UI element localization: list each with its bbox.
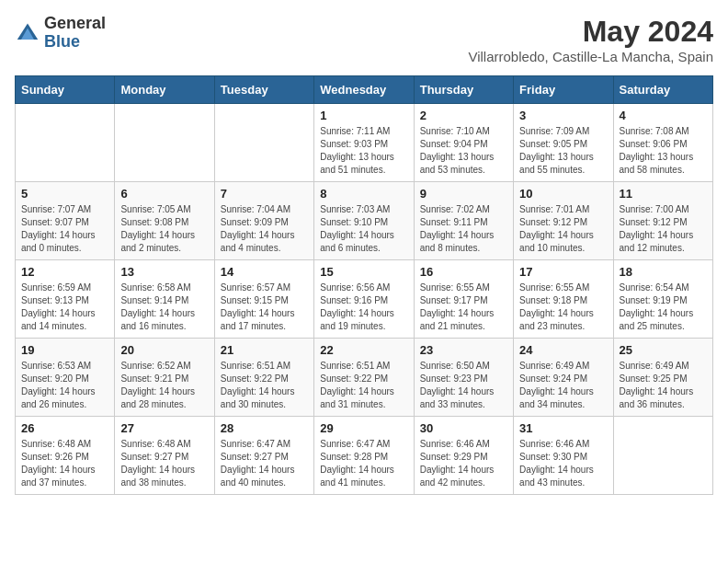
day-info: Sunrise: 6:58 AM Sunset: 9:14 PM Dayligh… — [120, 282, 208, 333]
day-info: Sunrise: 6:50 AM Sunset: 9:23 PM Dayligh… — [420, 360, 507, 411]
day-info: Sunrise: 7:02 AM Sunset: 9:11 PM Dayligh… — [420, 203, 507, 255]
day-number: 6 — [120, 187, 208, 201]
calendar-cell — [613, 417, 712, 495]
calendar-cell: 8Sunrise: 7:03 AM Sunset: 9:10 PM Daylig… — [314, 182, 414, 260]
day-info: Sunrise: 7:00 AM Sunset: 9:12 PM Dayligh… — [620, 203, 707, 255]
location-subtitle: Villarrobledo, Castille-La Mancha, Spain — [468, 49, 713, 64]
day-number: 16 — [420, 265, 507, 279]
week-row-4: 19Sunrise: 6:53 AM Sunset: 9:20 PM Dayli… — [16, 339, 713, 417]
weekday-header-sunday: Sunday — [16, 76, 115, 104]
day-info: Sunrise: 7:04 AM Sunset: 9:09 PM Dayligh… — [221, 203, 308, 255]
day-info: Sunrise: 7:03 AM Sunset: 9:10 PM Dayligh… — [320, 203, 407, 255]
calendar-cell — [214, 104, 313, 182]
day-number: 15 — [320, 265, 407, 279]
calendar-cell: 10Sunrise: 7:01 AM Sunset: 9:12 PM Dayli… — [514, 182, 613, 260]
day-info: Sunrise: 6:57 AM Sunset: 9:15 PM Dayligh… — [221, 282, 308, 333]
calendar-cell: 28Sunrise: 6:47 AM Sunset: 9:27 PM Dayli… — [214, 417, 313, 495]
day-info: Sunrise: 6:55 AM Sunset: 9:18 PM Dayligh… — [519, 282, 607, 333]
day-info: Sunrise: 6:59 AM Sunset: 9:13 PM Dayligh… — [21, 282, 108, 333]
day-info: Sunrise: 6:56 AM Sunset: 9:16 PM Dayligh… — [320, 282, 407, 333]
day-info: Sunrise: 7:01 AM Sunset: 9:12 PM Dayligh… — [519, 203, 607, 255]
day-info: Sunrise: 7:05 AM Sunset: 9:08 PM Dayligh… — [120, 203, 208, 255]
calendar-cell: 13Sunrise: 6:58 AM Sunset: 9:14 PM Dayli… — [115, 260, 214, 339]
day-number: 12 — [21, 265, 108, 279]
calendar-cell: 17Sunrise: 6:55 AM Sunset: 9:18 PM Dayli… — [514, 260, 613, 339]
day-info: Sunrise: 6:46 AM Sunset: 9:30 PM Dayligh… — [519, 438, 607, 489]
weekday-header-monday: Monday — [115, 76, 214, 104]
day-number: 3 — [519, 109, 607, 122]
day-info: Sunrise: 7:11 AM Sunset: 9:03 PM Dayligh… — [320, 125, 407, 177]
calendar-cell: 30Sunrise: 6:46 AM Sunset: 9:29 PM Dayli… — [414, 417, 513, 495]
day-info: Sunrise: 6:48 AM Sunset: 9:27 PM Dayligh… — [120, 438, 208, 489]
day-number: 31 — [519, 421, 607, 435]
week-row-5: 26Sunrise: 6:48 AM Sunset: 9:26 PM Dayli… — [16, 417, 713, 495]
day-number: 9 — [420, 187, 507, 201]
day-number: 11 — [620, 187, 707, 201]
day-info: Sunrise: 6:54 AM Sunset: 9:19 PM Dayligh… — [620, 282, 707, 333]
calendar-cell: 25Sunrise: 6:49 AM Sunset: 9:25 PM Dayli… — [613, 339, 712, 417]
calendar-cell: 15Sunrise: 6:56 AM Sunset: 9:16 PM Dayli… — [314, 260, 414, 339]
day-info: Sunrise: 6:49 AM Sunset: 9:24 PM Dayligh… — [519, 360, 607, 411]
day-info: Sunrise: 6:47 AM Sunset: 9:28 PM Dayligh… — [320, 438, 407, 489]
weekday-header-row: SundayMondayTuesdayWednesdayThursdayFrid… — [16, 76, 713, 104]
logo-icon — [15, 20, 40, 46]
weekday-header-tuesday: Tuesday — [214, 76, 313, 104]
logo-text: General Blue — [44, 15, 106, 52]
calendar-cell: 5Sunrise: 7:07 AM Sunset: 9:07 PM Daylig… — [16, 182, 115, 260]
calendar-cell: 12Sunrise: 6:59 AM Sunset: 9:13 PM Dayli… — [16, 260, 115, 339]
calendar-cell: 3Sunrise: 7:09 AM Sunset: 9:05 PM Daylig… — [514, 104, 613, 182]
calendar-cell: 20Sunrise: 6:52 AM Sunset: 9:21 PM Dayli… — [115, 339, 214, 417]
day-number: 23 — [420, 343, 507, 357]
title-block: May 2024 Villarrobledo, Castille-La Manc… — [468, 15, 713, 64]
weekday-header-saturday: Saturday — [613, 76, 712, 104]
calendar-cell: 22Sunrise: 6:51 AM Sunset: 9:22 PM Dayli… — [314, 339, 414, 417]
calendar-cell — [115, 104, 214, 182]
day-number: 8 — [320, 187, 407, 201]
day-number: 21 — [221, 343, 308, 357]
calendar-cell: 2Sunrise: 7:10 AM Sunset: 9:04 PM Daylig… — [414, 104, 513, 182]
day-number: 25 — [620, 343, 707, 357]
calendar-cell: 4Sunrise: 7:08 AM Sunset: 9:06 PM Daylig… — [613, 104, 712, 182]
day-number: 24 — [519, 343, 607, 357]
calendar-cell: 23Sunrise: 6:50 AM Sunset: 9:23 PM Dayli… — [414, 339, 513, 417]
page-header: General Blue May 2024 Villarrobledo, Cas… — [15, 15, 713, 64]
calendar-cell: 21Sunrise: 6:51 AM Sunset: 9:22 PM Dayli… — [214, 339, 313, 417]
day-info: Sunrise: 6:46 AM Sunset: 9:29 PM Dayligh… — [420, 438, 507, 489]
day-number: 13 — [120, 265, 208, 279]
calendar-cell: 24Sunrise: 6:49 AM Sunset: 9:24 PM Dayli… — [514, 339, 613, 417]
day-info: Sunrise: 6:48 AM Sunset: 9:26 PM Dayligh… — [21, 438, 108, 489]
day-info: Sunrise: 6:51 AM Sunset: 9:22 PM Dayligh… — [221, 360, 308, 411]
day-info: Sunrise: 7:08 AM Sunset: 9:06 PM Dayligh… — [620, 125, 707, 177]
day-number: 17 — [519, 265, 607, 279]
logo-blue-text: Blue — [44, 33, 106, 52]
day-number: 30 — [420, 421, 507, 435]
calendar-cell: 7Sunrise: 7:04 AM Sunset: 9:09 PM Daylig… — [214, 182, 313, 260]
day-number: 28 — [221, 421, 308, 435]
calendar-cell: 19Sunrise: 6:53 AM Sunset: 9:20 PM Dayli… — [16, 339, 115, 417]
weekday-header-wednesday: Wednesday — [314, 76, 414, 104]
day-number: 29 — [320, 421, 407, 435]
day-info: Sunrise: 6:49 AM Sunset: 9:25 PM Dayligh… — [620, 360, 707, 411]
day-number: 2 — [420, 109, 507, 122]
day-number: 7 — [221, 187, 308, 201]
day-info: Sunrise: 6:51 AM Sunset: 9:22 PM Dayligh… — [320, 360, 407, 411]
calendar-cell: 14Sunrise: 6:57 AM Sunset: 9:15 PM Dayli… — [214, 260, 313, 339]
week-row-2: 5Sunrise: 7:07 AM Sunset: 9:07 PM Daylig… — [16, 182, 713, 260]
month-year-title: May 2024 — [468, 15, 713, 49]
calendar-cell: 11Sunrise: 7:00 AM Sunset: 9:12 PM Dayli… — [613, 182, 712, 260]
day-info: Sunrise: 7:07 AM Sunset: 9:07 PM Dayligh… — [21, 203, 108, 255]
day-number: 10 — [519, 187, 607, 201]
day-number: 5 — [21, 187, 108, 201]
day-info: Sunrise: 6:47 AM Sunset: 9:27 PM Dayligh… — [221, 438, 308, 489]
day-number: 27 — [120, 421, 208, 435]
day-info: Sunrise: 6:53 AM Sunset: 9:20 PM Dayligh… — [21, 360, 108, 411]
day-number: 20 — [120, 343, 208, 357]
day-number: 18 — [620, 265, 707, 279]
calendar-cell: 26Sunrise: 6:48 AM Sunset: 9:26 PM Dayli… — [16, 417, 115, 495]
calendar-cell: 1Sunrise: 7:11 AM Sunset: 9:03 PM Daylig… — [314, 104, 414, 182]
day-info: Sunrise: 6:55 AM Sunset: 9:17 PM Dayligh… — [420, 282, 507, 333]
calendar-cell: 31Sunrise: 6:46 AM Sunset: 9:30 PM Dayli… — [514, 417, 613, 495]
day-info: Sunrise: 7:09 AM Sunset: 9:05 PM Dayligh… — [519, 125, 607, 177]
day-info: Sunrise: 6:52 AM Sunset: 9:21 PM Dayligh… — [120, 360, 208, 411]
calendar-cell: 16Sunrise: 6:55 AM Sunset: 9:17 PM Dayli… — [414, 260, 513, 339]
